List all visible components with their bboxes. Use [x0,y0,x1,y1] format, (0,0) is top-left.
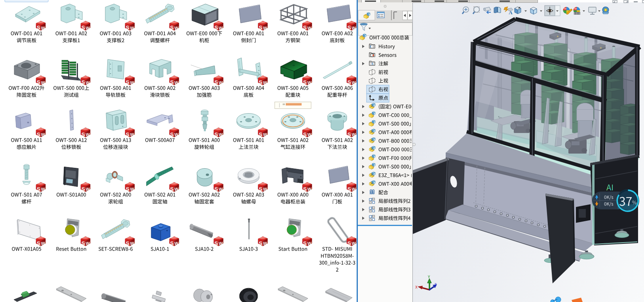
svg-text:S: S [259,131,262,137]
svg-text:S: S [170,240,174,246]
svg-text:W: W [307,241,312,246]
svg-text:S: S [170,25,174,30]
svg-text:S: S [259,240,262,246]
svg-text:S: S [259,79,262,85]
svg-text:W: W [218,187,223,192]
svg-text:W: W [263,26,267,30]
svg-text:S: S [259,186,262,192]
svg-text:W: W [85,80,90,85]
svg-text:W: W [263,132,267,137]
svg-text:W: W [41,80,45,85]
svg-text:S: S [126,25,129,30]
svg-text:S: S [126,79,129,85]
svg-text:S: S [82,186,85,192]
svg-text:W: W [263,80,267,85]
svg-text:W: W [351,241,356,246]
svg-text:W: W [307,26,312,30]
svg-text:S: S [303,186,307,192]
svg-text:W: W [307,187,312,192]
svg-text:W: W [174,26,179,30]
svg-text:S: S [303,25,307,30]
svg-text:W: W [351,80,356,85]
svg-text:W: W [218,241,223,246]
svg-text:W: W [174,187,179,192]
svg-text:W: W [218,80,223,85]
svg-text:S: S [37,240,40,246]
svg-text:S: S [215,25,218,30]
svg-text:S: S [348,131,351,137]
svg-text:W: W [174,241,179,246]
svg-text:W: W [85,26,90,30]
svg-text:W: W [130,241,134,246]
svg-text:S: S [215,186,218,192]
svg-text:W: W [263,187,267,192]
svg-text:S: S [348,25,351,30]
svg-text:S: S [303,131,307,137]
svg-text:W: W [263,241,267,246]
svg-text:W: W [174,132,179,137]
svg-text:S: S [259,25,262,30]
svg-text:S: S [215,79,218,85]
svg-text:W: W [85,132,90,137]
svg-text:S: S [82,79,85,85]
svg-text:S: S [215,240,218,246]
svg-text:S: S [348,79,351,85]
svg-text:W: W [85,241,90,246]
svg-text:W: W [41,26,45,30]
svg-text:S: S [37,131,40,137]
svg-text:W: W [85,187,90,192]
svg-text:S: S [37,186,40,192]
svg-text:S: S [126,131,129,137]
svg-text:S: S [82,240,85,246]
svg-text:S: S [170,186,174,192]
svg-text:W: W [41,187,45,192]
svg-text:W: W [130,26,134,30]
svg-text:S: S [170,79,174,85]
svg-text:W: W [307,132,312,137]
svg-text:W: W [351,187,356,192]
svg-text:S: S [37,25,40,30]
svg-text:S: S [126,240,129,246]
svg-text:S: S [170,131,174,137]
svg-text:S: S [82,25,85,30]
svg-text:W: W [130,132,134,137]
svg-text:S: S [215,131,218,137]
svg-text:W: W [218,26,223,30]
svg-text:W: W [307,80,312,85]
svg-text:S: S [303,79,307,85]
svg-text:W: W [174,80,179,85]
svg-text:S: S [82,131,85,137]
svg-text:W: W [218,132,223,137]
svg-text:W: W [130,187,134,192]
svg-text:S: S [303,240,307,246]
svg-text:W: W [41,132,45,137]
svg-text:S: S [126,186,129,192]
svg-text:W: W [351,132,356,137]
svg-text:W: W [41,241,45,246]
svg-text:S: S [37,79,40,85]
svg-text:W: W [130,80,134,85]
svg-text:W: W [351,26,356,30]
svg-text:S: S [348,186,351,192]
svg-text:S: S [348,240,351,246]
